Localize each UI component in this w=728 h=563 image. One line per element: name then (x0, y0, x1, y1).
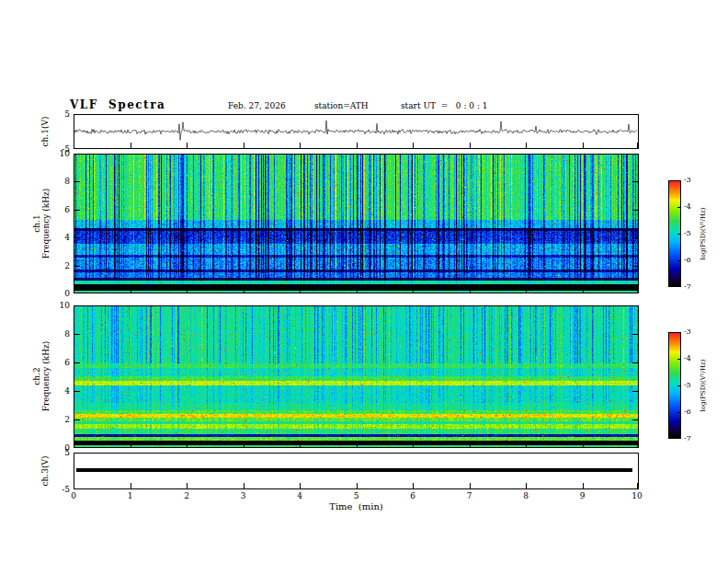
tick-mark (632, 148, 638, 149)
tick-mark (632, 447, 638, 448)
tick-mark (74, 148, 80, 149)
tick-mark (632, 114, 638, 115)
tick-mark (74, 293, 80, 293)
start-ut-label: start UT = 0 : 0 : 1 (401, 101, 488, 110)
tick-mark (413, 287, 414, 293)
tick-mark (300, 483, 301, 488)
y-tick-label: 10 (39, 149, 70, 158)
tick-mark (74, 287, 74, 293)
frequency-units-line: Frequency (kHz) (41, 303, 51, 450)
tick-mark (583, 483, 584, 488)
tick-mark (526, 483, 527, 488)
y-tick-label: 2 (39, 261, 70, 270)
tick-mark (74, 237, 80, 238)
tick-mark (583, 143, 584, 148)
tick-mark (357, 287, 358, 293)
tick-mark (632, 488, 638, 489)
tick-mark (677, 385, 681, 386)
tick-mark (637, 442, 638, 447)
tick-mark (357, 442, 358, 447)
tick-mark (74, 488, 80, 489)
tick-mark (74, 483, 74, 488)
colorbar-tick-label: -6 (684, 408, 704, 416)
ch1-label-line: ch.1 (32, 150, 41, 297)
y-tick-label: 6 (39, 205, 70, 214)
tick-mark (677, 332, 681, 333)
ch1-spectrogram-panel (74, 154, 639, 293)
tick-mark (74, 362, 80, 363)
colorbar-tick-label: -7 (684, 434, 704, 442)
y-tick-label: 5 (39, 109, 70, 119)
tick-mark (470, 287, 471, 293)
tick-mark (632, 419, 638, 420)
tick-mark (74, 419, 80, 420)
tick-mark (187, 442, 188, 447)
tick-mark (637, 143, 638, 148)
tick-mark (300, 287, 301, 293)
x-tick-label: 5 (347, 491, 366, 500)
tick-mark (74, 305, 80, 306)
x-tick-label: 1 (121, 491, 140, 500)
tick-mark (74, 210, 80, 211)
tick-mark (413, 143, 414, 148)
tick-mark (131, 143, 131, 148)
colorbar-tick-label: -4 (684, 354, 704, 362)
x-tick-label: 8 (517, 491, 535, 500)
tick-mark (74, 391, 80, 392)
tick-mark (187, 483, 188, 488)
tick-mark (526, 442, 527, 447)
frequency-units-line: Frequency (kHz) (41, 150, 51, 297)
tick-mark (632, 181, 638, 182)
time-axis-label: Time (min) (74, 501, 639, 511)
x-tick-label: 7 (461, 491, 479, 500)
tick-mark (632, 362, 638, 363)
tick-mark (470, 483, 471, 488)
ch2-spectrogram-canvas (74, 306, 638, 447)
y-tick-label: 8 (39, 329, 70, 339)
tick-mark (413, 483, 414, 488)
station-label: station=ATH (314, 101, 369, 110)
colorbar-tick-label: -3 (684, 327, 704, 336)
tick-mark (357, 143, 358, 148)
y-tick-label: 2 (39, 415, 70, 424)
tick-mark (526, 143, 527, 148)
tick-mark (632, 293, 638, 293)
tick-mark (470, 442, 471, 447)
ch2-frequency-axis-label: ch.2 Frequency (kHz) (32, 303, 51, 450)
tick-mark (244, 483, 245, 488)
tick-mark (244, 143, 245, 148)
tick-mark (637, 287, 638, 293)
x-tick-label: 6 (404, 491, 422, 500)
date-label: Feb. 27, 2026 (228, 101, 286, 110)
x-tick-label: 2 (177, 491, 196, 500)
ch3-flat-trace (76, 468, 632, 472)
tick-mark (470, 143, 471, 148)
ch2-label-line: ch.2 (32, 303, 41, 450)
tick-mark (632, 266, 638, 267)
tick-mark (583, 287, 584, 293)
x-tick-label: 0 (64, 491, 83, 500)
y-tick-label: 0 (39, 289, 70, 298)
y-tick-label: 4 (39, 386, 70, 396)
x-tick-label: 4 (290, 491, 309, 500)
tick-mark (677, 260, 681, 261)
tick-mark (413, 442, 414, 447)
y-tick-label: 10 (39, 301, 70, 310)
ch1-frequency-axis-label: ch.1 Frequency (kHz) (32, 150, 51, 297)
tick-mark (74, 154, 80, 155)
tick-mark (677, 207, 681, 208)
tick-mark (74, 447, 80, 448)
tick-mark (677, 359, 681, 360)
x-tick-label: 3 (234, 491, 253, 500)
colorbar-tick-label: -5 (684, 381, 704, 389)
tick-mark (74, 181, 80, 182)
ch2-spectrogram-panel (74, 305, 639, 448)
tick-mark (74, 334, 80, 335)
tick-mark (131, 287, 131, 293)
tick-mark (244, 287, 245, 293)
tick-mark (131, 483, 131, 488)
tick-mark (632, 237, 638, 238)
tick-mark (677, 286, 681, 287)
tick-mark (357, 483, 358, 488)
tick-mark (632, 305, 638, 306)
